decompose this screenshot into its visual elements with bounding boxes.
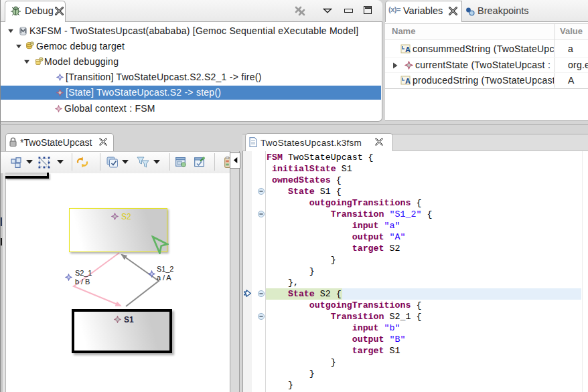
- svg-text:A: A: [405, 45, 411, 54]
- svg-text:A: A: [405, 77, 411, 85]
